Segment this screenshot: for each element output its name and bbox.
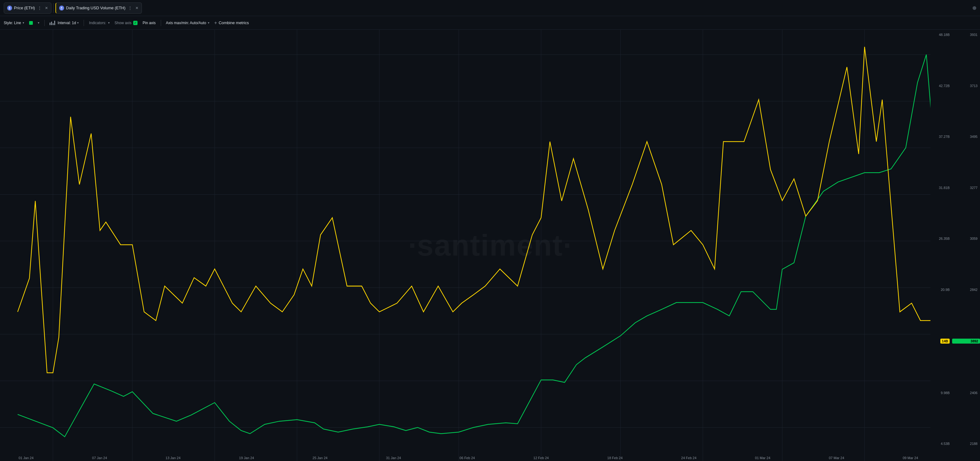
price-label-3931: 3931 (952, 33, 980, 37)
x-label-feb06: 06 Feb 24 (460, 456, 475, 460)
style-selector[interactable]: Style: Line ▾ (4, 21, 24, 25)
color-dropdown-arrow: ▾ (38, 21, 39, 24)
vol-label-26b: 26.35B (928, 237, 952, 241)
x-label-mar07: 07 Mar 24 (829, 456, 844, 460)
price-label-3059: 3059 (952, 237, 980, 241)
style-label: Style: Line (4, 21, 21, 25)
pin-axis-label: Pin axis (143, 21, 156, 25)
x-label-mar01: 01 Mar 24 (755, 456, 771, 460)
toolbar: Style: Line ▾ ▾ Interval: 1d ▾ Indicator… (0, 16, 980, 30)
combine-plus-icon: + (214, 20, 217, 26)
indicators-dropdown-arrow: ▾ (108, 21, 110, 24)
metrics-header: Price (ETH) ⋮ ✕ Daily Trading USD Volume… (0, 0, 980, 16)
price-label-3713: 3713 (952, 84, 980, 88)
x-label-jan25: 25 Jan 24 (312, 456, 328, 460)
chart-area: ·santiment· .grid-line { stroke: #1e2530… (0, 30, 980, 461)
show-axis-toggle[interactable]: Show axis ✓ (115, 21, 138, 25)
price-label-3277: 3277 (952, 186, 980, 190)
vol-label-31b: 31.81B (928, 186, 952, 190)
color-swatch[interactable] (29, 21, 33, 25)
current-volume-label: 14B (940, 339, 950, 344)
price-label-2188: 2188 (952, 442, 980, 445)
price-label-3495: 3495 (952, 135, 980, 139)
combine-metrics-button[interactable]: + Combine metrics (214, 20, 249, 26)
price-label-2406: 2406 (952, 391, 980, 395)
chart-container: Price (ETH) ⋮ ✕ Daily Trading USD Volume… (0, 0, 980, 461)
show-axis-checkbox[interactable]: ✓ (133, 21, 137, 25)
toolbar-sep2 (84, 20, 84, 26)
tab2-close-icon[interactable]: ✕ (135, 6, 138, 10)
toolbar-sep1 (44, 20, 45, 26)
tab-divider (53, 3, 54, 13)
vol-label-4b: 4.53B (928, 442, 952, 445)
vol-label-9b: 9.98B (928, 391, 952, 395)
tab2-more-icon[interactable]: ⋮ (127, 6, 133, 11)
x-label-jan31: 31 Jan 24 (386, 456, 401, 460)
current-price-label: 3892 (952, 339, 980, 344)
eth-icon-tab1 (7, 6, 12, 11)
interval-dropdown-arrow: ▾ (77, 21, 79, 24)
x-label-jan01: 01 Jan 24 (19, 456, 33, 460)
axis-range-dropdown-arrow: ▾ (208, 21, 209, 24)
interval-label: Interval: 1d (57, 21, 76, 25)
y-axis-volume: 48.18B 42.72B 37.27B 31.81B 26.35B 20.9B… (928, 30, 952, 448)
x-label-mar09: 09 Mar 24 (902, 456, 918, 460)
tab1-close-icon[interactable]: ✕ (45, 6, 48, 10)
interval-selector[interactable]: Interval: 1d ▾ (49, 21, 79, 25)
price-volume-chart: .grid-line { stroke: #1e2530; stroke-wid… (0, 30, 931, 461)
tab1-more-icon[interactable]: ⋮ (37, 6, 43, 11)
eth-icon-tab2 (59, 6, 64, 11)
metric-tab-volume[interactable]: Daily Trading USD Volume (ETH) ⋮ ✕ (56, 3, 142, 14)
svg-point-1 (59, 6, 64, 11)
x-label-jan19: 19 Jan 24 (239, 456, 254, 460)
x-label-jan13: 13 Jan 24 (166, 456, 181, 460)
axis-range-selector[interactable]: Axis max/min: Auto/Auto ▾ (166, 21, 209, 25)
vol-label-42b: 42.72B (928, 84, 952, 88)
x-label-jan07: 07 Jan 24 (92, 456, 107, 460)
tab1-label: Price (ETH) (14, 6, 35, 10)
y-axis-price: 3931 3713 3495 3277 3059 2842 3892 2406 … (952, 30, 980, 448)
metric-tab-price[interactable]: Price (ETH) ⋮ ✕ (4, 3, 51, 14)
indicators-selector[interactable]: Indicators: ▾ (89, 21, 109, 25)
indicators-label: Indicators: (89, 21, 106, 25)
x-axis: 01 Jan 24 07 Jan 24 13 Jan 24 19 Jan 24 … (0, 456, 928, 460)
interval-icon (49, 21, 55, 25)
pin-axis-button[interactable]: Pin axis (143, 21, 156, 25)
x-label-feb24: 24 Feb 24 (681, 456, 697, 460)
axis-range-label: Axis max/min: Auto/Auto (166, 21, 206, 25)
vol-label-20b: 20.9B (928, 288, 952, 292)
style-dropdown-arrow: ▾ (22, 21, 24, 24)
current-price-section: 3892 (952, 339, 980, 344)
current-volume-section: 14B (928, 339, 952, 344)
x-label-feb18: 18 Feb 24 (608, 456, 623, 460)
header-status-dot (972, 6, 976, 10)
tab2-label: Daily Trading USD Volume (ETH) (66, 6, 126, 10)
price-label-2842: 2842 (952, 288, 980, 292)
x-label-feb12: 12 Feb 24 (533, 456, 549, 460)
show-axis-label: Show axis (115, 21, 132, 25)
vol-label-48b: 48.18B (928, 33, 952, 37)
vol-label-37b: 37.27B (928, 135, 952, 139)
combine-metrics-label: Combine metrics (219, 21, 249, 25)
